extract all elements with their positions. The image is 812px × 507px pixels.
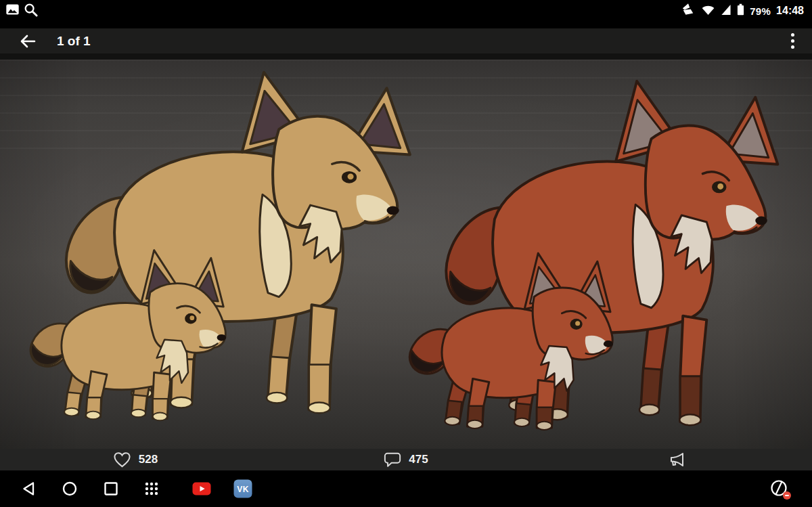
nav-back-button[interactable] <box>22 481 35 496</box>
back-button[interactable] <box>16 31 39 51</box>
vk-logo-text: VK <box>237 484 249 493</box>
share-button[interactable] <box>541 449 812 470</box>
home-circle-icon <box>62 481 77 496</box>
heart-icon <box>113 451 131 468</box>
nav-home-button[interactable] <box>62 481 77 496</box>
wifi-icon <box>701 4 715 18</box>
image-notification-icon <box>5 3 20 18</box>
nav-recents-button[interactable] <box>104 482 118 496</box>
youtube-shortcut[interactable] <box>193 483 211 495</box>
comment-count: 475 <box>409 453 428 466</box>
android-screen: 79% 14:48 1 of 1 <box>0 0 812 507</box>
app-bar-shadow <box>0 53 812 60</box>
like-button[interactable]: 528 <box>0 449 271 470</box>
status-bar: 79% 14:48 <box>0 0 812 28</box>
app-grid-button[interactable] <box>144 481 159 496</box>
search-icon <box>24 3 38 20</box>
nav-bar: VK <box>0 470 812 507</box>
clock: 14:48 <box>776 5 804 17</box>
battery-icon <box>737 3 744 18</box>
red-fox-pup-artwork <box>405 244 616 435</box>
page-title: 1 of 1 <box>57 34 91 49</box>
disabled-badge <box>783 491 791 500</box>
vk-shortcut[interactable]: VK <box>234 480 252 498</box>
fennec-pup-artwork <box>26 241 229 425</box>
floating-tool-button[interactable] <box>770 479 789 498</box>
app-bar: 1 of 1 <box>0 28 812 53</box>
vk-icon: VK <box>234 480 252 498</box>
status-bar-system: 79% 14:48 <box>681 3 804 19</box>
action-bar: 528 475 <box>0 449 812 470</box>
photo-viewer[interactable] <box>0 60 812 449</box>
app-grid-icon <box>144 481 159 496</box>
recents-square-icon <box>104 482 118 496</box>
arrow-left-icon <box>20 35 36 48</box>
back-triangle-icon <box>22 481 35 496</box>
status-bar-notifications <box>5 3 38 19</box>
cell-signal-icon <box>721 4 731 18</box>
comment-icon <box>384 451 401 468</box>
overflow-menu-button[interactable] <box>788 30 797 51</box>
comment-button[interactable]: 475 <box>271 449 541 470</box>
like-count: 528 <box>139 453 158 466</box>
youtube-icon <box>193 483 211 495</box>
megaphone-icon <box>668 451 685 468</box>
battery-percent: 79% <box>750 5 771 17</box>
rotate-device-icon <box>681 3 696 19</box>
